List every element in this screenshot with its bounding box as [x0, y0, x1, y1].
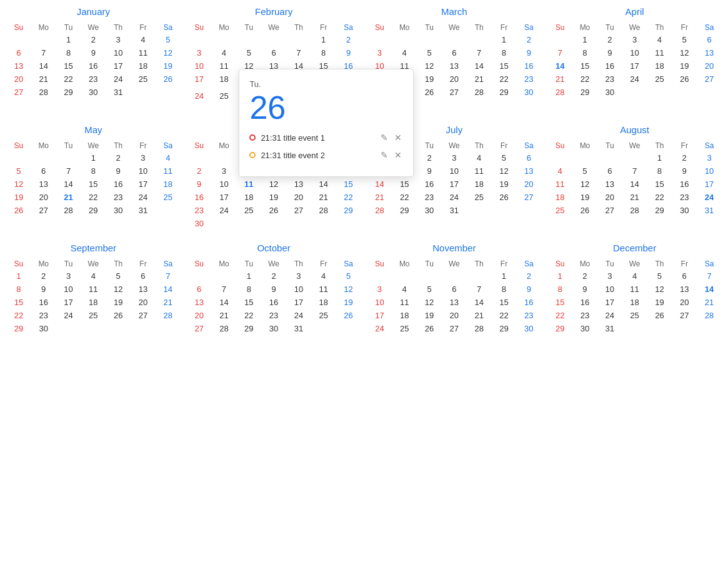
calendar-day[interactable]: 2	[597, 33, 622, 46]
calendar-day[interactable]: 23	[106, 191, 131, 204]
calendar-day[interactable]: 20	[516, 178, 541, 191]
calendar-day[interactable]: 28	[622, 204, 647, 217]
calendar-day[interactable]: 3	[622, 33, 647, 46]
calendar-day[interactable]: 22	[492, 309, 517, 322]
calendar-day[interactable]: 13	[31, 178, 56, 191]
calendar-day[interactable]: 21	[311, 191, 336, 204]
calendar-day[interactable]: 7	[622, 164, 647, 178]
calendar-day[interactable]: 13	[131, 283, 156, 296]
calendar-day[interactable]: 18	[392, 309, 417, 322]
calendar-day[interactable]: 23	[672, 191, 697, 204]
calendar-day[interactable]: 5	[156, 33, 181, 46]
calendar-day[interactable]: 21	[156, 296, 181, 309]
calendar-day[interactable]: 31	[597, 322, 622, 335]
calendar-day[interactable]: 4	[392, 46, 417, 59]
calendar-day[interactable]: 12	[647, 283, 672, 296]
calendar-day[interactable]: 12	[336, 283, 361, 296]
calendar-day[interactable]: 30	[672, 204, 697, 217]
calendar-day[interactable]: 17	[131, 178, 156, 191]
calendar-day[interactable]: 13	[442, 59, 467, 73]
calendar-day[interactable]: 11	[547, 178, 572, 191]
calendar-day[interactable]: 27	[597, 204, 622, 217]
calendar-day[interactable]: 25	[547, 204, 572, 217]
calendar-day[interactable]: 27	[516, 191, 541, 204]
calendar-day[interactable]: 13	[672, 283, 697, 296]
calendar-day[interactable]: 24	[442, 191, 467, 204]
calendar-day[interactable]: 20	[131, 296, 156, 309]
calendar-day[interactable]: 19	[156, 59, 181, 73]
calendar-day[interactable]: 4	[467, 151, 492, 164]
calendar-day[interactable]: 15	[647, 178, 672, 191]
calendar-day[interactable]: 3	[212, 164, 237, 178]
calendar-day[interactable]: 24	[131, 191, 156, 204]
calendar-day[interactable]: 16	[597, 59, 622, 73]
delete-event-button[interactable]: ✕	[393, 149, 403, 161]
calendar-day[interactable]: 12	[417, 296, 442, 309]
calendar-day[interactable]: 5	[492, 151, 517, 164]
calendar-day[interactable]: 10	[622, 46, 647, 59]
calendar-day[interactable]: 3	[187, 46, 212, 59]
calendar-day[interactable]: 25	[647, 73, 672, 86]
calendar-day[interactable]: 14	[56, 178, 81, 191]
calendar-day[interactable]: 5	[6, 164, 31, 178]
calendar-day[interactable]: 22	[56, 73, 81, 86]
calendar-day[interactable]: 16	[572, 296, 597, 309]
calendar-day[interactable]: 6	[31, 164, 56, 178]
calendar-day[interactable]: 25	[81, 309, 106, 322]
calendar-day[interactable]: 29	[56, 86, 81, 99]
calendar-day[interactable]: 23	[516, 309, 541, 322]
calendar-day[interactable]: 25	[311, 309, 336, 322]
calendar-day[interactable]: 20	[286, 191, 311, 204]
edit-event-button[interactable]: ✎	[379, 131, 389, 144]
calendar-day[interactable]: 21	[56, 191, 81, 204]
calendar-day[interactable]: 27	[187, 322, 212, 335]
calendar-day[interactable]: 15	[492, 296, 517, 309]
calendar-day[interactable]: 17	[106, 59, 131, 73]
calendar-day[interactable]: 3	[106, 33, 131, 46]
calendar-day[interactable]: 18	[81, 296, 106, 309]
calendar-day[interactable]: 13	[516, 164, 541, 178]
calendar-day[interactable]: 6	[442, 46, 467, 59]
calendar-day[interactable]: 27	[442, 322, 467, 335]
calendar-day[interactable]: 26	[492, 191, 517, 204]
calendar-day[interactable]: 4	[212, 46, 237, 59]
calendar-day[interactable]: 16	[417, 178, 442, 191]
calendar-day[interactable]: 3	[56, 269, 81, 283]
calendar-day[interactable]: 26	[336, 309, 361, 322]
calendar-day[interactable]: 27	[442, 86, 467, 99]
calendar-day[interactable]: 6	[442, 283, 467, 296]
calendar-day[interactable]: 1	[547, 269, 572, 283]
calendar-day[interactable]: 21	[31, 73, 56, 86]
calendar-day[interactable]: 16	[516, 296, 541, 309]
calendar-day[interactable]: 5	[572, 164, 597, 178]
calendar-day[interactable]: 31	[131, 204, 156, 217]
calendar-day[interactable]: 15	[336, 178, 361, 191]
calendar-day[interactable]: 22	[392, 191, 417, 204]
calendar-day[interactable]: 30	[81, 86, 106, 99]
calendar-day[interactable]: 2	[31, 269, 56, 283]
calendar-day[interactable]: 30	[597, 86, 622, 99]
calendar-day[interactable]: 8	[236, 283, 261, 296]
calendar-day[interactable]: 6	[6, 46, 31, 59]
calendar-day[interactable]: 5	[106, 269, 131, 283]
calendar-day[interactable]: 1	[236, 269, 261, 283]
calendar-day[interactable]: 26	[261, 204, 286, 217]
calendar-day[interactable]: 10	[286, 283, 311, 296]
calendar-day[interactable]: 14	[156, 283, 181, 296]
calendar-day[interactable]: 4	[647, 33, 672, 46]
calendar-day[interactable]: 2	[336, 33, 361, 46]
calendar-day[interactable]: 17	[187, 73, 212, 86]
calendar-day[interactable]: 26	[6, 204, 31, 217]
calendar-day[interactable]: 25	[131, 73, 156, 86]
calendar-day[interactable]: 25	[212, 86, 237, 106]
calendar-day[interactable]: 11	[236, 178, 261, 191]
calendar-day[interactable]: 30	[261, 322, 286, 335]
calendar-day[interactable]: 11	[156, 164, 181, 178]
calendar-day[interactable]: 5	[417, 46, 442, 59]
calendar-day[interactable]: 19	[647, 296, 672, 309]
calendar-day[interactable]: 15	[236, 296, 261, 309]
calendar-day[interactable]: 16	[516, 59, 541, 73]
calendar-day[interactable]: 8	[547, 283, 572, 296]
calendar-day[interactable]: 13	[286, 178, 311, 191]
calendar-day[interactable]: 3	[697, 151, 722, 164]
